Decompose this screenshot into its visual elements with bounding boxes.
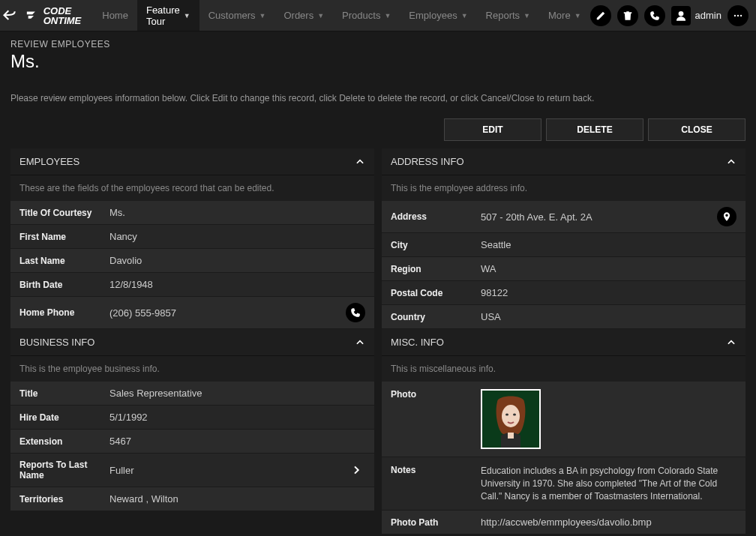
back-button[interactable] [0, 0, 20, 31]
nav-products[interactable]: Products▼ [333, 0, 400, 31]
field-home-phone[interactable]: Home Phone (206) 555-9857 [10, 297, 374, 329]
field-value: Seattle [481, 239, 736, 250]
nav-home[interactable]: Home [93, 0, 137, 31]
user-name-label: admin [695, 10, 722, 21]
edit-button[interactable]: EDIT [444, 118, 542, 141]
caret-down-icon: ▼ [384, 12, 391, 19]
close-button[interactable]: CLOSE [648, 118, 746, 141]
nav-reports[interactable]: Reports▼ [477, 0, 539, 31]
field-extension[interactable]: Extension 5467 [10, 430, 374, 454]
employee-photo [481, 389, 541, 449]
nav-home-label: Home [102, 10, 128, 21]
map-pin-icon [722, 211, 732, 222]
caret-down-icon: ▼ [260, 12, 266, 19]
chevron-up-icon [726, 337, 736, 348]
nav-feature-tour-label: Feature Tour [146, 4, 180, 27]
address-panel-desc: This is the employee address info. [382, 175, 746, 201]
field-label: Notes [391, 465, 481, 475]
field-value [481, 389, 736, 449]
svg-point-3 [740, 14, 742, 16]
field-label: Home Phone [20, 307, 110, 318]
field-last-name[interactable]: Last Name Davolio [10, 249, 374, 273]
nav-customers[interactable]: Customers▼ [200, 0, 275, 31]
user-avatar [671, 6, 691, 25]
call-phone-button[interactable] [346, 303, 365, 322]
field-value: Nancy [110, 231, 365, 242]
misc-panel: MISC. INFO This is miscellaneous info. P… [382, 329, 746, 535]
field-value: Neward , Wilton [110, 493, 365, 505]
svg-point-0 [678, 11, 683, 16]
svg-point-7 [506, 414, 508, 416]
field-label: Region [391, 264, 481, 274]
field-job-title[interactable]: Title Sales Representative [10, 382, 374, 406]
app-logo: CODE ONTIME [20, 0, 88, 31]
field-reports-to[interactable]: Reports To Last Name Fuller [10, 454, 374, 487]
field-notes[interactable]: Notes Education includes a BA in psychol… [382, 457, 746, 511]
field-label: Reports To Last Name [20, 460, 110, 481]
business-panel-header[interactable]: BUSINESS INFO [10, 329, 374, 356]
field-label: Territories [20, 494, 110, 505]
misc-panel-desc: This is miscellaneous info. [382, 356, 746, 382]
chevron-right-icon [350, 464, 362, 476]
field-label: Title [20, 388, 110, 399]
nav-customers-label: Customers [208, 10, 256, 21]
employees-panel-header[interactable]: EMPLOYEES [10, 148, 374, 175]
address-panel: ADDRESS INFO This is the employee addres… [382, 148, 746, 329]
field-territories[interactable]: Territories Neward , Wilton [10, 487, 374, 511]
chevron-up-icon [726, 157, 736, 167]
field-value: Education includes a BA in psychology fr… [481, 465, 736, 502]
chevron-up-icon [355, 337, 365, 348]
delete-icon-button[interactable] [617, 5, 638, 26]
field-birth-date[interactable]: Birth Date 12/8/1948 [10, 273, 374, 297]
caret-down-icon: ▼ [461, 12, 468, 19]
field-value: http://accweb/emmployees/davolio.bmp [481, 517, 736, 528]
field-postal-code[interactable]: Postal Code 98122 [382, 281, 746, 305]
field-photo-path[interactable]: Photo Path http://accweb/emmployees/davo… [382, 511, 746, 535]
field-label: Photo Path [391, 517, 481, 528]
field-label: Country [391, 312, 481, 322]
phone-icon [650, 10, 660, 21]
field-address[interactable]: Address 507 - 20th Ave. E. Apt. 2A [382, 201, 746, 233]
back-arrow-icon [2, 8, 17, 23]
field-label: Hire Date [20, 412, 110, 423]
page-description: Please review employees information belo… [0, 82, 756, 114]
field-value: USA [481, 311, 736, 322]
field-value: 98122 [481, 287, 736, 298]
field-country[interactable]: Country USA [382, 305, 746, 329]
field-label: Title Of Courtesy [20, 208, 110, 218]
left-column: EMPLOYEES These are the fields of the em… [10, 148, 374, 535]
field-title-of-courtesy[interactable]: Title Of Courtesy Ms. [10, 201, 374, 225]
field-photo[interactable]: Photo [382, 382, 746, 457]
field-first-name[interactable]: First Name Nancy [10, 225, 374, 249]
svg-point-2 [737, 14, 739, 16]
more-icon-button[interactable] [728, 5, 748, 26]
misc-panel-header[interactable]: MISC. INFO [382, 329, 746, 356]
nav-employees[interactable]: Employees▼ [400, 0, 476, 31]
field-label: Photo [391, 389, 481, 400]
map-pin-button[interactable] [717, 207, 736, 226]
nav-feature-tour[interactable]: Feature Tour▼ [137, 0, 200, 31]
edit-icon-button[interactable] [590, 5, 611, 26]
caret-down-icon: ▼ [524, 12, 530, 19]
phone-icon [350, 307, 361, 318]
field-city[interactable]: City Seattle [382, 233, 746, 257]
nav-right: admin [590, 0, 756, 31]
nav-orders[interactable]: Orders▼ [274, 0, 333, 31]
navigate-chevron-button[interactable] [350, 464, 365, 476]
nav-more-label: More [548, 10, 571, 21]
field-hire-date[interactable]: Hire Date 5/1/1992 [10, 406, 374, 430]
user-menu[interactable]: admin [671, 6, 722, 25]
nav-more[interactable]: More▼ [539, 0, 590, 31]
phone-icon-button[interactable] [644, 5, 665, 26]
field-region[interactable]: Region WA [382, 257, 746, 281]
address-panel-header[interactable]: ADDRESS INFO [382, 148, 746, 175]
nav-reports-label: Reports [486, 10, 520, 21]
field-value: Sales Representative [110, 388, 365, 399]
field-label: Postal Code [391, 288, 481, 298]
nav-orders-label: Orders [284, 10, 314, 21]
field-label: First Name [20, 232, 110, 242]
delete-button[interactable]: DELETE [546, 118, 644, 141]
misc-panel-title: MISC. INFO [391, 337, 444, 348]
action-bar-top: EDIT DELETE CLOSE [0, 114, 756, 148]
nav-menu: Home Feature Tour▼ Customers▼ Orders▼ Pr… [93, 0, 590, 31]
